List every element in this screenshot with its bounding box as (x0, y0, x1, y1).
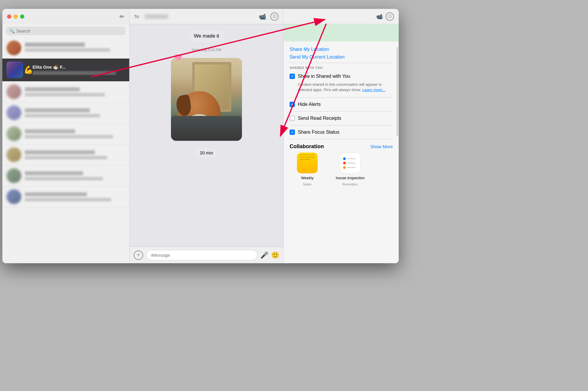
send-current-location-link[interactable]: Send My Current Location (290, 53, 393, 63)
list-item[interactable] (2, 186, 129, 207)
focus-status-section: ✓ Share Focus Status (284, 125, 399, 139)
avatar (7, 189, 21, 204)
reminders-type: Reminders (342, 182, 358, 186)
share-my-location-link[interactable]: Share My Location (290, 46, 393, 53)
notes-icon (297, 153, 318, 173)
send-read-receipts-row: Send Read Receipts (290, 114, 393, 123)
search-bar[interactable]: 🔍 (6, 27, 126, 35)
avatar (7, 147, 21, 162)
conv-content (25, 87, 125, 96)
collaboration-title: Collaboration (290, 143, 324, 150)
arm-emoji: 💪 (24, 65, 33, 75)
video-call-button[interactable]: 📹 (259, 13, 266, 20)
reminder-dot-2 (343, 162, 356, 164)
learn-more-link[interactable]: Learn more... (362, 88, 385, 92)
dot-line-3 (347, 167, 356, 168)
chat-input-area: + 🎤 🙂 (130, 247, 283, 263)
minimize-button[interactable] (14, 14, 18, 19)
show-in-shared-checkbox[interactable]: ✓ (290, 74, 295, 79)
red-dot (343, 162, 346, 164)
avatar-blue (7, 62, 23, 78)
traffic-lights (7, 14, 24, 19)
to-label: To: (134, 14, 140, 19)
hide-alerts-row: ✓ Hide Alerts (290, 100, 393, 109)
header-icons: 📹 ⓘ (259, 12, 279, 21)
search-icon: 🔍 (9, 29, 14, 33)
reminder-dot-3 (343, 166, 356, 169)
list-item-active[interactable]: 💪 Elita One 🍜 F... (2, 59, 129, 81)
reminders-name: house inspection (336, 176, 365, 180)
list-item[interactable] (2, 123, 129, 144)
location-section: Share My Location Send My Current Locati… (284, 41, 399, 63)
conv-content (25, 192, 125, 201)
add-attachment-button[interactable]: + (134, 251, 143, 260)
message-timestamp: Yesterday 9:20 PM (192, 48, 222, 52)
avatar (7, 126, 21, 141)
conv-content (25, 108, 125, 117)
list-item[interactable] (2, 144, 129, 165)
send-read-receipts-label: Send Read Receipts (298, 116, 341, 121)
list-item[interactable] (2, 38, 129, 59)
list-item[interactable] (2, 102, 129, 123)
blue-dot (343, 157, 346, 160)
audio-button[interactable]: 🎤 (260, 251, 268, 259)
avatar (7, 168, 21, 183)
search-input[interactable] (16, 28, 122, 33)
hide-alerts-section: ✓ Hide Alerts (284, 98, 399, 111)
notes-name: Weekly (301, 176, 314, 180)
show-in-shared-row: ✓ Show in Shared with You (290, 72, 393, 80)
conv-content (25, 150, 125, 159)
shared-with-you-section: SHARED WITH YOU ✓ Show in Shared with Yo… (284, 63, 399, 97)
notes-type: Notes (303, 182, 312, 186)
share-focus-row: ✓ Share Focus Status (290, 128, 393, 137)
avatar (7, 105, 21, 120)
maximize-button[interactable] (20, 14, 24, 19)
chat-header: To: 📹 ⓘ (130, 9, 283, 24)
read-receipts-section: Send Read Receipts (284, 112, 399, 125)
checkbox-checkmark: ✓ (291, 74, 294, 78)
show-in-shared-label: Show in Shared with You (298, 74, 350, 79)
shared-description: Content shared in this conversation will… (290, 80, 393, 94)
collaboration-items: Weekly Notes (290, 153, 393, 186)
reaction-heart: 🩷 (174, 54, 182, 62)
collab-item-notes[interactable]: Weekly Notes (290, 153, 325, 186)
emoji-button[interactable]: 🙂 (271, 251, 279, 259)
list-item[interactable] (2, 81, 129, 102)
conv-content (25, 129, 125, 138)
send-read-receipts-checkbox[interactable] (290, 116, 295, 121)
list-item[interactable] (2, 165, 129, 186)
details-video-button[interactable]: 📹 (376, 13, 383, 20)
avatar (7, 84, 21, 99)
reminder-dot-1 (343, 157, 356, 160)
share-focus-label: Share Focus Status (298, 130, 340, 135)
show-more-link[interactable]: Show More (370, 144, 393, 149)
details-info-button[interactable]: ⓘ (386, 12, 394, 21)
compose-button[interactable]: ✏ (119, 13, 125, 20)
close-button[interactable] (7, 14, 11, 19)
hide-alerts-checkbox[interactable]: ✓ (290, 102, 295, 107)
collab-item-reminders[interactable]: house inspection Reminders (331, 153, 369, 186)
sidebar-titlebar: ✏ (2, 9, 129, 24)
details-header: 📹 ⓘ (284, 9, 399, 24)
details-panel: 📹 ⓘ Share My Location Send My Current Lo… (283, 9, 399, 263)
dog-photo (171, 58, 242, 141)
info-button[interactable]: ⓘ (270, 12, 279, 21)
location-bar (284, 24, 399, 41)
conversation-list: 💪 Elita One 🍜 F... (2, 38, 129, 263)
image-message-container: 🩷 (171, 58, 242, 141)
message-bubble: We made it (188, 30, 224, 42)
share-focus-checkbox[interactable]: ✓ (290, 130, 295, 135)
hide-alerts-checkmark: ✓ (291, 102, 294, 106)
avatar (7, 41, 21, 55)
conv-preview (33, 71, 116, 75)
collaboration-section: Collaboration Show More (284, 139, 399, 189)
conv-content: Elita One 🍜 F... (33, 64, 125, 75)
orange-dot (343, 166, 346, 169)
scrollbar[interactable] (397, 47, 398, 136)
message-input[interactable] (146, 250, 257, 260)
time-gap-bubble: 20 min (195, 148, 218, 158)
conv-name: Elita One 🍜 F... (33, 64, 125, 70)
sidebar: ✏ 🔍 (2, 9, 130, 263)
collaboration-header: Collaboration Show More (290, 142, 393, 153)
conv-content (25, 43, 125, 53)
